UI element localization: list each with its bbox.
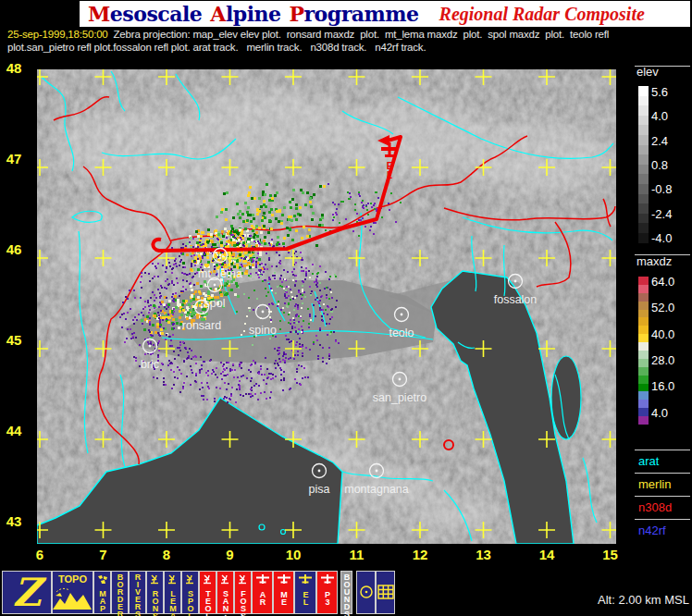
p3-button[interactable]: P3 <box>316 571 338 614</box>
maxdz-tick-label: 40.0 <box>651 327 674 340</box>
sidebar-divider <box>635 473 690 474</box>
lon-tick-label: 15 <box>599 547 623 563</box>
foss-button[interactable]: FOSS <box>234 571 252 614</box>
elev-colorbar-step <box>638 116 649 126</box>
maxdz-colorbar-step <box>638 384 649 392</box>
san-p-label: SAN·P <box>221 589 229 616</box>
rons-label: RONS <box>151 589 159 616</box>
maxdz-colorbar-step <box>638 310 649 318</box>
zebra-logo: Z <box>13 573 42 612</box>
maxdz-colorbar-step <box>638 342 649 351</box>
san-p-button[interactable]: SAN·P <box>216 571 234 614</box>
legend-n42rf: n42rf <box>638 524 666 536</box>
maxdz-colorbar-step <box>638 391 649 400</box>
status-line-1: 25-sep-1999,18:50:00 Zebra projection: m… <box>7 29 692 42</box>
station-label: san_pietro <box>373 391 426 404</box>
status-line-2: plot.san_pietro refl plot.fossalon refl … <box>7 42 692 55</box>
spol-button[interactable]: SPOL <box>181 571 199 614</box>
maxdz-colorbar-step <box>638 285 649 293</box>
map-label: MAP <box>98 589 106 611</box>
zebra-logo-button[interactable]: Z <box>2 571 52 614</box>
maxdz-colorbar-step <box>638 277 649 285</box>
rons-button[interactable]: RONS <box>146 571 164 614</box>
elev-colorbar-step <box>638 223 649 233</box>
lat-tick-label: 46 <box>2 241 26 258</box>
teolo-button[interactable]: TEOLO <box>199 571 216 614</box>
subtitle: Regional Radar Composite <box>439 4 645 25</box>
elev-colorbar-step <box>638 145 649 155</box>
airplane-icon <box>297 572 314 589</box>
borders-button[interactable]: BORDERS <box>111 571 129 614</box>
rivers-button[interactable]: RIVERS <box>129 571 146 614</box>
elev-colorbar-step <box>638 233 649 243</box>
map-button[interactable]: MAP <box>93 571 111 614</box>
station-label: mt_lema <box>198 267 242 280</box>
lon-tick-label: 9 <box>218 547 242 563</box>
elev-tick-label: -2.4 <box>651 207 672 220</box>
grid-toggle-button[interactable] <box>376 571 395 614</box>
timestamp: 25-sep-1999,18:50:00 <box>7 29 108 40</box>
lon-tick-label: 12 <box>408 547 432 563</box>
lon-tick-label: 6 <box>28 547 52 563</box>
elev-tick-label: -0.8 <box>651 182 672 195</box>
elev-colorbar-title: elev <box>636 65 659 78</box>
world-map-icon <box>97 572 108 588</box>
legend-n308d: n308d <box>638 500 672 513</box>
station-label: pisa <box>309 483 330 496</box>
maxdz-tick-label: 52.0 <box>651 301 674 314</box>
elev-colorbar-step <box>638 165 649 175</box>
maxdz-colorbar-step <box>638 302 649 310</box>
lat-tick-label: 48 <box>2 60 26 77</box>
elev-colorbar-step <box>638 135 649 145</box>
app-title-word: Alpine <box>210 2 280 26</box>
maxdz-colorbar-step <box>638 408 649 416</box>
maxdz-colorbar-step <box>638 293 649 302</box>
radar-dish-icon <box>203 572 213 588</box>
el-label: EL <box>302 590 310 605</box>
radar-map[interactable]: E L mt_lema spol ronsard spino bric teol… <box>37 69 616 544</box>
mountain-icon <box>53 585 93 610</box>
svg-text:L: L <box>387 170 392 180</box>
elev-tick-label: 2.4 <box>651 134 668 147</box>
elev-colorbar-step <box>638 125 649 135</box>
lema-label: LEMA <box>168 589 177 616</box>
elev-colorbar-step <box>638 203 649 214</box>
maxdz-colorbar-step <box>638 376 649 384</box>
ar-label: AR <box>258 590 266 605</box>
sidebar-divider <box>635 496 690 497</box>
plot-description: Zebra projection: map_elev elev plot. ro… <box>108 29 610 40</box>
maxdz-colorbar-step <box>638 326 649 334</box>
stations-toggle-button[interactable] <box>356 571 376 614</box>
lon-tick-label: 10 <box>281 547 305 563</box>
el-button[interactable]: EL <box>294 571 316 614</box>
me-button[interactable]: ME <box>273 571 294 614</box>
elev-colorbar-step <box>638 194 649 204</box>
bounds-button[interactable]: BOUNDS <box>340 571 352 614</box>
lat-tick-label: 43 <box>2 513 26 530</box>
lon-tick-label: 13 <box>472 547 496 563</box>
maxdz-colorbar-step <box>638 359 649 367</box>
plot-description-cont: plot.san_pietro refl plot.fossalon refl … <box>7 42 426 53</box>
title-bar: Mesoscale Alpine Programme Regional Rada… <box>80 1 690 27</box>
ar-button[interactable]: AR <box>252 571 273 614</box>
app-title-word: Mesoscale <box>88 2 202 26</box>
station-label: teolo <box>389 326 414 339</box>
station-label: spino <box>249 324 277 337</box>
sidebar-divider <box>635 450 690 450</box>
grid-icon <box>377 572 394 603</box>
elev-tick-label: 4.0 <box>651 109 668 122</box>
radar-dish-icon <box>150 572 160 588</box>
bounds-label: BOUNDS <box>342 573 351 616</box>
elev-colorbar-step <box>638 214 649 224</box>
elev-tick-label: 5.6 <box>651 85 668 98</box>
lema-button[interactable]: LEMA <box>164 571 181 614</box>
elev-colorbar-step <box>638 184 649 194</box>
maxdz-colorbar <box>638 277 649 425</box>
topo-button[interactable]: TOPO <box>52 571 93 614</box>
p3-label: P3 <box>323 590 331 605</box>
station-marker-icon <box>359 572 374 603</box>
elev-colorbar-step <box>638 174 649 184</box>
legend-arat: arat <box>638 454 659 467</box>
maxdz-colorbar-step <box>638 317 649 326</box>
spol-label: SPOL <box>186 589 194 616</box>
